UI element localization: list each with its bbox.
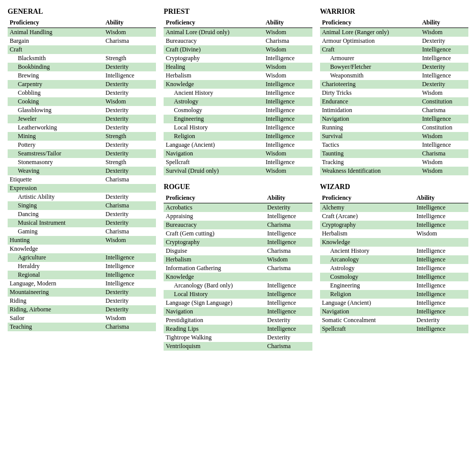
table-row: LeatherworkingDexterity xyxy=(8,123,156,132)
ability-cell: Dexterity xyxy=(103,89,156,97)
proficiency-cell: Charioteering xyxy=(320,80,420,89)
proficiency-cell: Bureaucracy xyxy=(164,37,263,45)
ability-cell: Wisdom xyxy=(103,28,156,37)
table-row: Local HistoryIntelligence xyxy=(164,290,312,299)
table-row: Local HistoryIntelligence xyxy=(164,123,312,132)
proficiency-cell: Survival (Druid only) xyxy=(164,167,263,175)
ability-cell: Intelligence xyxy=(414,212,468,221)
table-row: SingingCharisma xyxy=(8,201,156,210)
proficiency-cell: Bowyer/Fletcher xyxy=(320,63,420,71)
table-row: GamingCharisma xyxy=(8,227,156,236)
wizard-title: WIZARD xyxy=(320,183,468,191)
ability-cell: Charisma xyxy=(103,227,156,236)
proficiency-cell: Animal Handling xyxy=(8,28,103,37)
table-row: NavigationWisdom xyxy=(164,149,312,158)
proficiency-cell: Bargain xyxy=(8,37,103,45)
proficiency-cell: Cooking xyxy=(8,97,103,106)
ability-cell: Strength xyxy=(103,132,156,141)
ability-cell: Intelligence xyxy=(103,253,156,262)
ability-cell: Wisdom xyxy=(420,89,468,97)
proficiency-cell: Navigation xyxy=(320,115,420,123)
ability-cell: Intelligence xyxy=(263,158,312,167)
table-row: Ancient HistoryIntelligence xyxy=(164,89,312,97)
ability-cell: Intelligence xyxy=(414,221,468,229)
proficiency-cell: Cryptography xyxy=(320,221,415,229)
ability-cell: Intelligence xyxy=(414,299,468,307)
proficiency-cell: Somatic Concealment xyxy=(320,316,415,325)
ability-cell: Intelligence xyxy=(265,307,312,316)
table-row: NavigationIntelligence xyxy=(320,307,468,316)
ability-cell: Intelligence xyxy=(265,238,312,247)
table-row: DancingDexterity xyxy=(8,210,156,219)
ability-cell: Charisma xyxy=(265,264,312,273)
proficiency-cell: Brewing xyxy=(8,71,103,80)
proficiency-cell: Riding xyxy=(8,297,103,305)
table-row: Artistic AbilityDexterity xyxy=(8,193,156,201)
table-row: AstrologyIntelligence xyxy=(164,97,312,106)
table-row: ArcanologyIntelligence xyxy=(320,255,468,264)
table-row: Arcanology (Bard only)Intelligence xyxy=(164,281,312,290)
table-row: JewelerDexterity xyxy=(8,115,156,123)
ability-cell: Intelligence xyxy=(265,290,312,299)
proficiency-cell: Language (Ancient) xyxy=(164,141,263,149)
proficiency-cell: Knowledge xyxy=(164,273,265,281)
proficiency-cell: Running xyxy=(320,123,420,132)
proficiency-cell: Dancing xyxy=(8,210,103,219)
table-row: Animal Lore (Druid only)Wisdom xyxy=(164,28,312,37)
ability-cell: Intelligence xyxy=(263,80,312,89)
proficiency-cell: Disguise xyxy=(164,247,265,255)
main-layout: GENERAL Proficiency Ability Animal Handl… xyxy=(8,8,468,351)
proficiency-cell: Acrobatics xyxy=(164,203,265,213)
ability-cell: Wisdom xyxy=(420,167,468,175)
warrior-ability-header: Ability xyxy=(420,18,468,28)
proficiency-cell: Ancient History xyxy=(164,89,263,97)
table-row: AlchemyIntelligence xyxy=(320,203,468,213)
wizard-ability-header: Ability xyxy=(414,193,468,203)
general-table: Proficiency Ability Animal HandlingWisdo… xyxy=(8,18,156,331)
proficiency-cell: Astrology xyxy=(320,264,415,273)
warrior-section: WARRIOR Proficiency Ability Animal Lore … xyxy=(320,8,468,175)
table-row: EngineeringIntelligence xyxy=(164,115,312,123)
priest-title: PRIEST xyxy=(164,8,312,16)
ability-cell: Intelligence xyxy=(414,264,468,273)
ability-cell: Intelligence xyxy=(414,307,468,316)
table-row: CookingWisdom xyxy=(8,97,156,106)
proficiency-cell: Leatherworking xyxy=(8,123,103,132)
table-row: Expression xyxy=(8,184,156,193)
proficiency-cell: Regional xyxy=(8,271,103,279)
ability-cell xyxy=(103,45,156,54)
ability-cell: Intelligence xyxy=(103,71,156,80)
table-row: CobblingDexterity xyxy=(8,89,156,97)
rogue-title: ROGUE xyxy=(164,183,312,191)
ability-cell: Charisma xyxy=(420,106,468,115)
table-row: Knowledge xyxy=(164,273,312,281)
ability-cell: Dexterity xyxy=(103,193,156,201)
ability-cell: Intelligence xyxy=(414,325,468,333)
proficiency-cell: Cryptography xyxy=(164,54,263,63)
rogue-ability-header: Ability xyxy=(265,193,312,203)
proficiency-cell: Craft (Divine) xyxy=(164,45,263,54)
proficiency-cell: Spellcraft xyxy=(164,158,263,167)
proficiency-cell: Astrology xyxy=(164,97,263,106)
rogue-table: Proficiency Ability AcrobaticsDexterityA… xyxy=(164,193,312,351)
ability-cell: Intelligence xyxy=(263,115,312,123)
priest-prof-header: Proficiency xyxy=(164,18,263,28)
ability-cell: Intelligence xyxy=(414,281,468,290)
warrior-prof-header: Proficiency xyxy=(320,18,420,28)
proficiency-cell: Local History xyxy=(164,290,265,299)
table-row: Riding, AirborneDexterity xyxy=(8,305,156,314)
table-row: Animal Lore (Ranger only)Wisdom xyxy=(320,28,468,37)
proficiency-cell: Craft (Arcane) xyxy=(320,212,415,221)
ability-cell: Intelligence xyxy=(420,54,468,63)
table-row: EnduranceConstitution xyxy=(320,97,468,106)
proficiency-cell: Weaponsmith xyxy=(320,71,420,80)
proficiency-cell: Riding, Airborne xyxy=(8,305,103,314)
ability-cell: Intelligence xyxy=(103,279,156,288)
ability-cell: Wisdom xyxy=(414,229,468,238)
ability-cell: Intelligence xyxy=(414,290,468,299)
ability-cell: Dexterity xyxy=(265,316,312,325)
table-row: SpellcraftIntelligence xyxy=(164,158,312,167)
proficiency-cell: Navigation xyxy=(320,307,415,316)
proficiency-cell: Tightrope Walking xyxy=(164,333,265,342)
priest-section: PRIEST Proficiency Ability Animal Lore (… xyxy=(164,8,312,175)
